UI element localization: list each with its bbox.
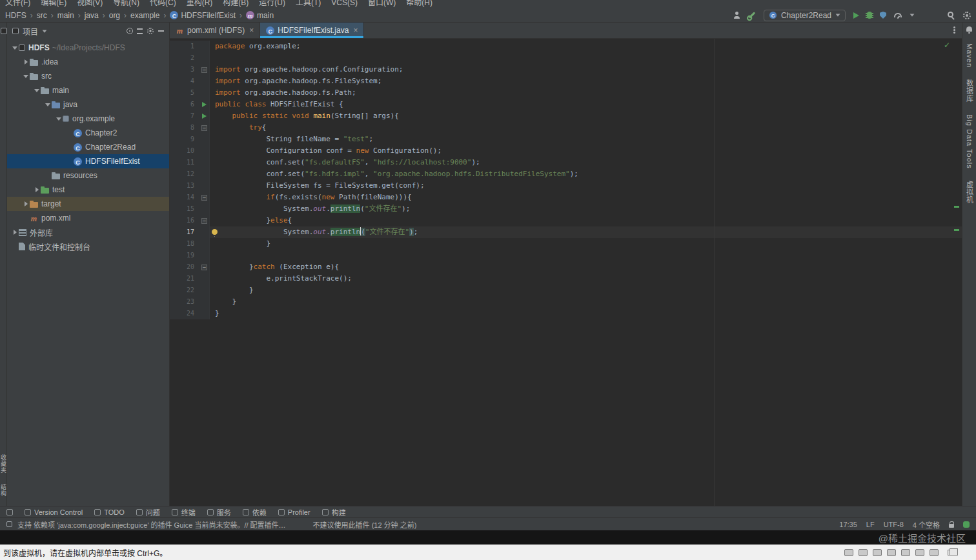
collapse-all-icon[interactable] xyxy=(137,28,143,34)
tree-item-target[interactable]: target xyxy=(7,197,169,211)
tool-window-button-terminal[interactable]: 终端 xyxy=(172,507,196,517)
tree-item-resources[interactable]: resources xyxy=(7,168,169,183)
restore-window-icon[interactable] xyxy=(948,550,955,555)
menu-item-build[interactable]: 构建(B) xyxy=(223,0,249,8)
code-line-12[interactable]: 12 conf.set("fs.hdfs.impl", "org.apache.… xyxy=(170,168,962,180)
run-button[interactable] xyxy=(853,12,859,19)
debug-button[interactable] xyxy=(867,12,872,19)
chevron-down-icon[interactable] xyxy=(34,89,39,92)
settings-gear-icon[interactable] xyxy=(963,12,971,19)
code-line-13[interactable]: 13 FileSystem fs = FileSystem.get(conf); xyxy=(170,180,962,192)
tree-item-external-libraries[interactable]: 外部库 xyxy=(7,225,169,239)
profiler-button[interactable] xyxy=(894,13,902,17)
tree-item-hdfs-root[interactable]: HDFS ~/IdeaProjects/HDFS xyxy=(7,41,169,55)
tool-window-button-todo[interactable]: TODO xyxy=(94,508,125,516)
menu-item-help[interactable]: 帮助(H) xyxy=(406,0,432,8)
fold-icon[interactable]: − xyxy=(201,265,207,270)
run-gutter-icon[interactable] xyxy=(202,102,207,107)
menu-item-edit[interactable]: 编辑(E) xyxy=(41,0,66,8)
tree-item-src[interactable]: src xyxy=(7,69,169,83)
code-line-18[interactable]: 18 } xyxy=(170,238,962,250)
chevron-right-icon[interactable] xyxy=(25,201,28,206)
menu-item-tools[interactable]: 工具(T) xyxy=(296,0,321,8)
tree-item-main[interactable]: main xyxy=(7,83,169,97)
close-icon[interactable]: × xyxy=(249,26,254,35)
tool-button-maven[interactable]: Maven xyxy=(966,43,973,68)
chevron-right-icon[interactable] xyxy=(14,230,17,235)
breadcrumb-main-dir[interactable]: main xyxy=(57,11,74,20)
menu-item-window[interactable]: 窗口(W) xyxy=(368,0,396,8)
run-gutter-icon[interactable] xyxy=(202,114,207,119)
floppy-icon[interactable] xyxy=(844,549,853,556)
code-line-16[interactable]: 16− }else{ xyxy=(170,215,962,226)
notifications-icon[interactable] xyxy=(963,521,970,528)
code-line-24[interactable]: 24} xyxy=(170,308,962,319)
breadcrumb-java[interactable]: java xyxy=(85,11,99,20)
tree-item-chapter2read[interactable]: Chapter2Read xyxy=(7,140,169,154)
usb-icon[interactable] xyxy=(915,549,924,556)
tree-item-org-example[interactable]: org.example xyxy=(7,112,169,126)
code-line-3[interactable]: 3−import org.apache.hadoop.conf.Configur… xyxy=(170,64,962,75)
code-line-19[interactable]: 19 xyxy=(170,250,962,261)
status-message[interactable]: 支持 依赖项 'java:com.google.inject:guice' 的插… xyxy=(17,519,286,530)
caret-position[interactable]: 17:35 xyxy=(839,521,857,528)
tool-window-button-build[interactable]: 构建 xyxy=(322,507,346,517)
code-line-15[interactable]: 15 System.out.println("文件存在"); xyxy=(170,203,962,215)
indent-style[interactable]: 4 个空格 xyxy=(913,519,940,530)
fold-icon[interactable]: − xyxy=(201,125,207,131)
code-line-23[interactable]: 23 } xyxy=(170,296,962,308)
tree-item-pom-xml[interactable]: pom.xml xyxy=(7,211,169,225)
code-line-5[interactable]: 5import org.apache.hadoop.fs.Path; xyxy=(170,87,962,99)
code-line-2[interactable]: 2 xyxy=(170,52,962,64)
fold-icon[interactable]: − xyxy=(201,195,207,201)
tool-window-button-dependencies[interactable]: 依赖 xyxy=(243,507,267,517)
editor-tab-pom-xml-tab[interactable]: pom.xml (HDFS)× xyxy=(170,23,260,38)
chevron-down-icon[interactable] xyxy=(23,75,28,78)
breadcrumb-hdfsfileifexist[interactable]: HDFSFileIfExist xyxy=(170,11,236,20)
code-line-17[interactable]: 17 System.out.println("文件不存在"); xyxy=(170,226,962,238)
tool-window-button-profiler[interactable]: Profiler xyxy=(278,508,310,516)
code-line-22[interactable]: 22 } xyxy=(170,285,962,296)
chevron-right-icon[interactable] xyxy=(36,187,39,192)
tool-button-structure[interactable]: 结构 xyxy=(0,484,8,497)
menu-item-code[interactable]: 代码(C) xyxy=(150,0,176,8)
tool-window-switcher-icon[interactable] xyxy=(6,509,13,515)
menu-item-run[interactable]: 运行(U) xyxy=(259,0,285,8)
breadcrumb-hdfs[interactable]: HDFS xyxy=(5,11,26,20)
breadcrumb-org[interactable]: org xyxy=(109,11,120,20)
breadcrumb-example[interactable]: example xyxy=(130,11,159,20)
menu-item-refactor[interactable]: 重构(R) xyxy=(187,0,213,8)
breadcrumb-src[interactable]: src xyxy=(37,11,47,20)
chevron-right-icon[interactable] xyxy=(25,59,28,65)
line-separator[interactable]: LF xyxy=(866,521,875,528)
tree-item-java[interactable]: java xyxy=(7,97,169,112)
notifications-bell-icon[interactable] xyxy=(966,26,972,32)
menu-item-vcs[interactable]: VCS(S) xyxy=(331,0,358,8)
code-line-11[interactable]: 11 conf.set("fs.defaultFS", "hdfs://loca… xyxy=(170,157,962,168)
tree-item-idea-folder[interactable]: .idea xyxy=(7,55,169,69)
code-line-1[interactable]: 1package org.example; xyxy=(170,41,962,52)
breadcrumb-main-method[interactable]: main xyxy=(246,11,274,20)
coverage-button[interactable] xyxy=(880,12,886,19)
code-line-7[interactable]: 7 public static void main(String[] args)… xyxy=(170,110,962,122)
hide-panel-icon[interactable] xyxy=(158,30,164,32)
printer-icon[interactable] xyxy=(930,549,939,556)
tool-button-big-data-tools[interactable]: Big Data Tools xyxy=(966,114,973,169)
wrench-icon[interactable] xyxy=(749,12,756,19)
chevron-down-icon[interactable] xyxy=(56,117,61,121)
sound-icon[interactable] xyxy=(901,549,910,556)
intention-bulb-icon[interactable] xyxy=(212,229,218,235)
cdrom-icon[interactable] xyxy=(873,549,882,556)
tool-window-button-services[interactable]: 服务 xyxy=(207,507,231,517)
search-icon[interactable] xyxy=(948,12,953,17)
tree-item-test[interactable]: test xyxy=(7,183,169,197)
file-encoding[interactable]: UTF-8 xyxy=(884,521,904,528)
tool-window-button-version-control[interactable]: Version Control xyxy=(25,508,83,516)
tool-button-favorites[interactable]: 收藏夹 xyxy=(0,454,8,474)
tool-button-database[interactable]: 数据库 xyxy=(964,79,975,103)
code-line-9[interactable]: 9 String fileName = "test"; xyxy=(170,134,962,145)
user-settings-icon[interactable] xyxy=(733,12,740,19)
readonly-lock-icon[interactable] xyxy=(949,524,954,528)
fold-icon[interactable]: − xyxy=(201,67,207,73)
editor-tab-hdfsfileifexist-tab[interactable]: HDFSFileIfExist.java× xyxy=(260,23,364,38)
